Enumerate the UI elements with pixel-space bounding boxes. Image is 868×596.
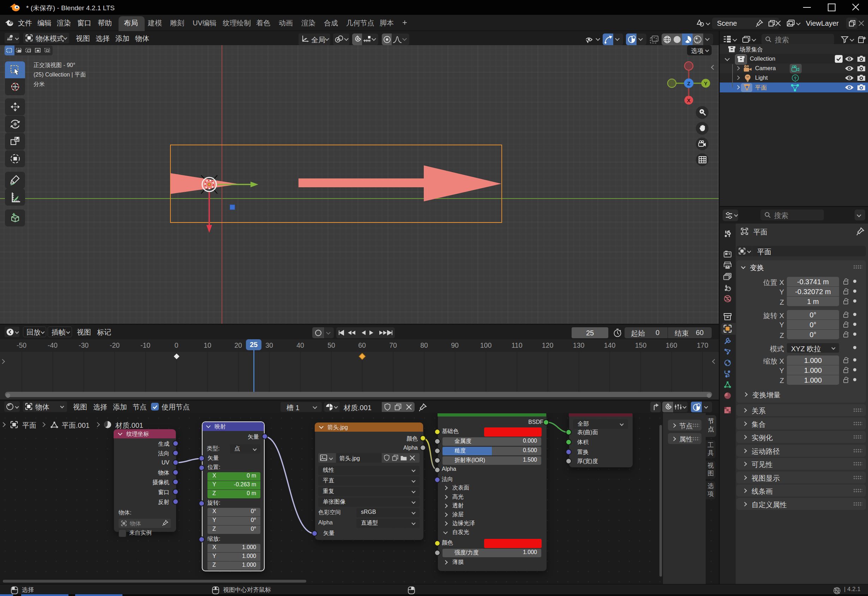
svg-text:Z: Z (687, 80, 690, 86)
svg-text:X: X (687, 97, 691, 103)
svg-text:Y: Y (704, 80, 707, 86)
